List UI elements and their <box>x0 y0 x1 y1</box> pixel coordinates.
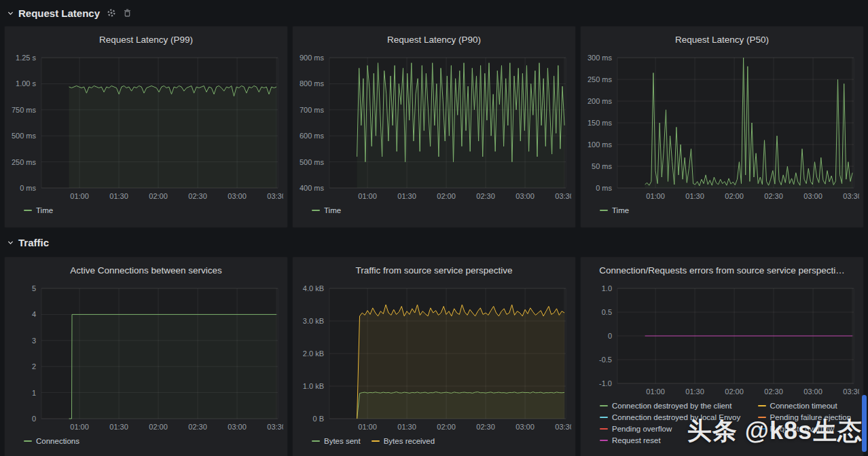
svg-text:01:30: 01:30 <box>109 423 128 431</box>
legend-item[interactable]: Pending failure ejection <box>758 413 868 421</box>
legend-color-dash <box>312 440 320 442</box>
svg-text:02:30: 02:30 <box>188 423 207 431</box>
legend-color-dash <box>758 428 766 430</box>
svg-text:02:00: 02:00 <box>725 387 744 396</box>
chart-active-connections[interactable]: 01234501:0001:3002:0002:3003:0003:30 <box>10 283 283 434</box>
chart-traffic-source[interactable]: 0 B1.0 kB2.0 kB3.0 kB4.0 kB01:0001:3002:… <box>298 283 571 434</box>
svg-text:2: 2 <box>32 362 36 370</box>
legend-item[interactable]: Connection destroyed by the client <box>600 402 747 410</box>
svg-text:0.5: 0.5 <box>602 308 612 316</box>
svg-text:150 ms: 150 ms <box>587 119 613 127</box>
legend-color-dash <box>372 440 380 442</box>
trash-icon[interactable] <box>123 8 132 18</box>
legend-item[interactable]: Time <box>24 206 53 214</box>
svg-text:03:30: 03:30 <box>267 192 283 200</box>
row-header-traffic: Traffic <box>0 228 868 256</box>
panel-title[interactable]: Active Connections between services <box>10 263 282 283</box>
legend-item[interactable]: Connection destroyed by local Envoy <box>600 413 747 421</box>
legend: Time <box>586 206 858 214</box>
svg-text:01:30: 01:30 <box>397 192 416 200</box>
panel-title[interactable]: Traffic from source service perspective <box>298 263 570 283</box>
panel-title[interactable]: Request Latency (P90) <box>298 32 570 52</box>
svg-text:800 ms: 800 ms <box>300 79 325 88</box>
row-title-text: Request Latency <box>18 7 100 19</box>
legend-item[interactable]: Request reset <box>600 436 747 444</box>
legend-color-dash <box>600 417 608 418</box>
chart-request-latency-p90[interactable]: 400 ms500 ms600 ms700 ms800 ms900 ms01:0… <box>298 52 571 203</box>
svg-text:03:00: 03:00 <box>516 423 535 431</box>
legend-label: Connection timeout <box>770 402 837 410</box>
row-header-request-latency: Request Latency <box>0 0 868 26</box>
panel-title[interactable]: Request Latency (P50) <box>586 32 858 52</box>
svg-text:03:00: 03:00 <box>228 192 247 200</box>
svg-text:250 ms: 250 ms <box>587 75 613 83</box>
legend-label: Connection destroyed by the client <box>612 402 731 410</box>
svg-text:900 ms: 900 ms <box>300 54 325 62</box>
svg-text:1.0 kB: 1.0 kB <box>303 382 324 390</box>
svg-text:200 ms: 200 ms <box>587 97 613 105</box>
svg-text:1.00 s: 1.00 s <box>16 79 36 88</box>
svg-text:0 B: 0 B <box>312 415 324 423</box>
legend-color-dash <box>600 210 608 211</box>
legend-item[interactable]: Requests overflow <box>758 425 868 433</box>
svg-text:03:30: 03:30 <box>555 192 571 200</box>
legend-item[interactable]: Pending overflow <box>600 425 747 433</box>
gear-icon[interactable] <box>107 8 116 18</box>
svg-text:250 ms: 250 ms <box>12 158 37 166</box>
legend: Time <box>298 206 570 214</box>
legend-item[interactable]: Connection timeout <box>758 402 868 410</box>
legend-item[interactable]: Bytes received <box>372 437 435 445</box>
panel-connection-errors: Connection/Requests errors from source s… <box>580 256 864 456</box>
svg-text:1: 1 <box>32 389 36 397</box>
svg-text:300 ms: 300 ms <box>587 54 613 62</box>
legend-item[interactable]: Time <box>312 206 341 214</box>
grafana-dashboard: Request Latency Request Latency (P99) 0 … <box>0 0 868 456</box>
svg-text:02:00: 02:00 <box>437 192 456 200</box>
svg-text:0 ms: 0 ms <box>596 184 612 192</box>
legend-label: Bytes sent <box>324 437 361 445</box>
row-toggle-traffic[interactable]: Traffic <box>7 237 49 248</box>
svg-text:-0.5: -0.5 <box>599 356 612 364</box>
svg-text:02:00: 02:00 <box>725 192 744 200</box>
panel-title[interactable]: Connection/Requests errors from source s… <box>586 263 858 283</box>
chevron-down-icon <box>7 10 14 17</box>
scrollbar[interactable] <box>862 395 867 452</box>
chart-request-latency-p99[interactable]: 0 ms250 ms500 ms750 ms1.00 s1.25 s01:000… <box>10 52 283 203</box>
legend-item[interactable]: Connections <box>24 437 79 445</box>
panel-request-latency-p50: Request Latency (P50) 0 ms50 ms100 ms150… <box>580 26 864 228</box>
panel-request-latency-p99: Request Latency (P99) 0 ms250 ms500 ms75… <box>4 26 288 228</box>
legend-label: Time <box>36 206 53 214</box>
legend-color-dash <box>24 210 32 211</box>
svg-text:03:00: 03:00 <box>803 387 822 396</box>
svg-text:01:30: 01:30 <box>685 387 704 396</box>
svg-text:03:30: 03:30 <box>843 387 859 396</box>
panel-request-latency-p90: Request Latency (P90) 400 ms500 ms600 ms… <box>292 26 576 228</box>
chevron-down-icon <box>7 239 14 246</box>
svg-text:5: 5 <box>32 284 36 292</box>
chart-connection-errors[interactable]: -1.0-0.500.51.001:0001:3002:0002:3003:00… <box>586 283 859 398</box>
legend-color-dash <box>312 210 320 211</box>
legend-item[interactable]: Bytes sent <box>312 437 361 445</box>
svg-text:01:00: 01:00 <box>358 423 377 431</box>
legend-color-dash <box>600 440 608 441</box>
chart-request-latency-p50[interactable]: 0 ms50 ms100 ms150 ms200 ms250 ms300 ms0… <box>586 52 859 203</box>
svg-text:4.0 kB: 4.0 kB <box>303 284 324 292</box>
svg-text:02:30: 02:30 <box>476 423 495 431</box>
svg-text:01:00: 01:00 <box>70 423 89 431</box>
svg-text:4: 4 <box>32 310 36 318</box>
svg-text:03:00: 03:00 <box>803 192 822 200</box>
svg-text:1.25 s: 1.25 s <box>16 54 36 62</box>
svg-text:02:30: 02:30 <box>764 387 783 396</box>
legend-label: Connection destroyed by local Envoy <box>612 413 740 421</box>
svg-text:01:30: 01:30 <box>685 192 704 200</box>
panel-title[interactable]: Request Latency (P99) <box>10 32 282 52</box>
row-toggle-request-latency[interactable]: Request Latency <box>7 7 100 19</box>
legend-item[interactable]: Time <box>600 206 629 214</box>
legend: Time <box>10 206 282 214</box>
svg-text:01:00: 01:00 <box>646 387 665 396</box>
legend-label: Request reset <box>612 436 661 444</box>
legend: Bytes sentBytes received <box>298 437 570 445</box>
legend-color-dash <box>600 405 608 406</box>
svg-text:02:30: 02:30 <box>188 192 207 200</box>
svg-text:50 ms: 50 ms <box>592 162 612 170</box>
